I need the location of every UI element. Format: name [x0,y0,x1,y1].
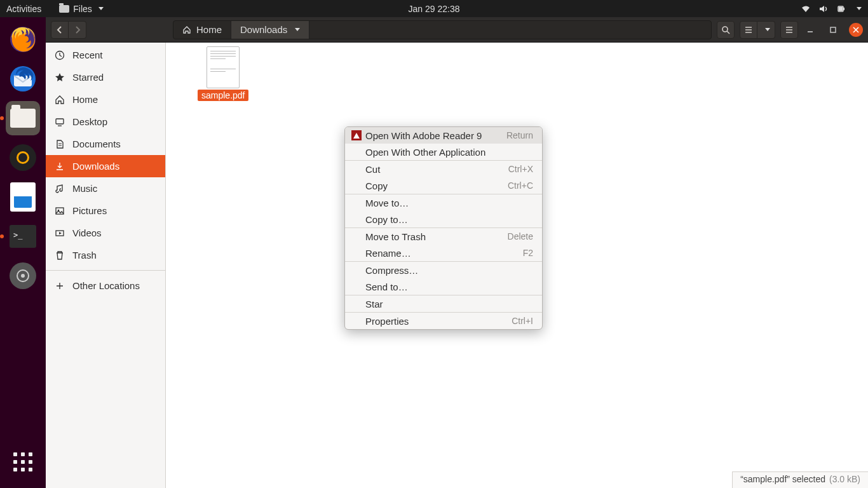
grid-icon [13,452,32,471]
ctx-cut[interactable]: CutCtrl+X [345,161,542,177]
ctx-properties[interactable]: PropertiesCtrl+I [345,313,542,329]
sidebar-item-label: Recent [72,50,103,60]
chevron-down-icon [98,7,104,10]
ctx-rename[interactable]: Rename…F2 [345,245,542,261]
ctx-shortcut: Delete [508,231,533,241]
gnome-topbar: Activities Files Jan 29 22:38 [0,0,868,17]
speaker-icon [10,144,36,171]
context-menu: Open With Adobe Reader 9ReturnOpen With … [344,126,543,330]
icon-view[interactable]: sample.pdf Open With Adobe Reader 9Retur… [166,43,868,488]
ctx-move-to-trash[interactable]: Move to TrashDelete [345,228,542,245]
ctx-item-label: Move to Trash [365,231,426,242]
battery-icon[interactable] [836,4,846,13]
file-label: sample.pdf [198,90,248,101]
dock-libreoffice-writer[interactable] [6,180,40,214]
ctx-send-to[interactable]: Send to… [345,278,542,295]
app-menu[interactable]: Files [59,4,104,14]
forward-button[interactable] [69,21,86,39]
ctx-item-label: Rename… [365,248,411,259]
clock-icon [55,50,65,60]
disc-icon [10,262,36,289]
desktop-icon [55,117,65,127]
sidebar-item-videos[interactable]: Videos [46,222,165,244]
sidebar-item-label: Home [72,94,98,105]
sidebar-item-other-locations[interactable]: Other Locations [46,274,165,297]
show-applications[interactable] [6,445,40,479]
files-window: Home Downloads [46,17,868,488]
ctx-shortcut: Return [506,130,533,140]
sidebar-item-documents[interactable]: Documents [46,133,165,155]
ctx-item-label: Compress… [365,265,418,276]
ctx-copy-to[interactable]: Copy to… [345,211,542,227]
ctx-open-with-adobe-reader-9[interactable]: Open With Adobe Reader 9Return [345,127,542,144]
ctx-copy[interactable]: CopyCtrl+C [345,177,542,194]
nav-buttons [51,21,86,39]
pdf-thumbnail [207,46,240,88]
chevron-down-icon [295,28,300,31]
sidebar-item-music[interactable]: Music [46,177,165,200]
headerbar: Home Downloads [46,17,868,43]
dock-usb-creator[interactable] [6,259,40,293]
file-sample-pdf[interactable]: sample.pdf [198,46,248,101]
sidebar-item-label: Trash [72,250,97,261]
sidebar-item-label: Starred [72,72,104,83]
wifi-icon[interactable] [801,4,811,13]
plus-icon [55,281,65,291]
back-button[interactable] [51,21,69,39]
clock[interactable]: Jan 29 22:38 [409,4,460,14]
system-menu-caret[interactable] [857,7,862,10]
svg-rect-10 [56,119,64,124]
ctx-shortcut: F2 [523,248,533,258]
sidebar-item-label: Other Locations [72,280,140,291]
sidebar-item-recent[interactable]: Recent [46,44,165,66]
ctx-move-to[interactable]: Move to… [345,194,542,211]
firefox-icon [9,25,37,53]
ctx-shortcut: Ctrl+I [512,316,533,326]
documents-icon [55,139,65,149]
close-button[interactable] [849,23,863,37]
ctx-shortcut: Ctrl+C [508,180,533,191]
sidebar-item-label: Music [72,183,97,194]
trash-icon [55,250,65,261]
dock-rhythmbox[interactable] [6,140,40,175]
activities-button[interactable]: Activities [6,4,41,14]
view-options-button[interactable] [757,21,775,39]
sidebar-item-pictures[interactable]: Pictures [46,200,165,222]
ctx-item-label: Move to… [365,198,409,208]
sidebar-item-desktop[interactable]: Desktop [46,111,165,133]
sidebar-item-label: Videos [72,227,102,238]
ctx-open-with-other-application[interactable]: Open With Other Application [345,144,542,160]
pictures-icon [55,206,65,216]
sidebar-item-starred[interactable]: Starred [46,66,165,88]
minimize-button[interactable] [803,23,817,37]
downloads-icon [55,161,65,172]
ctx-item-label: Copy to… [365,214,408,225]
dock-files[interactable] [6,101,40,135]
thunderbird-icon [9,65,37,93]
folder-icon [10,109,36,128]
crumb-current[interactable]: Downloads [231,21,309,39]
crumb-current-label: Downloads [240,24,287,35]
sidebar-item-trash[interactable]: Trash [46,244,165,266]
terminal-icon: >_ [10,225,36,248]
ctx-star[interactable]: Star [345,295,542,312]
folder-icon [59,5,69,13]
dock-thunderbird[interactable] [6,62,40,96]
ctx-compress[interactable]: Compress… [345,262,542,278]
sidebar-item-label: Desktop [72,116,107,127]
dock-terminal[interactable]: >_ [6,219,40,254]
svg-rect-2 [839,7,843,11]
maximize-button[interactable] [826,23,840,37]
hamburger-menu[interactable] [780,21,798,39]
sidebar-item-home[interactable]: Home [46,88,165,111]
search-button[interactable] [717,21,735,39]
volume-icon[interactable] [818,4,829,13]
sidebar-item-label: Pictures [72,205,107,216]
view-list-button[interactable] [740,21,757,39]
sidebar-item-downloads[interactable]: Downloads [46,155,165,177]
ubuntu-dock: >_ [0,17,46,488]
svg-rect-1 [843,8,844,10]
dock-firefox[interactable] [6,22,40,57]
ctx-item-label: Open With Adobe Reader 9 [365,130,482,141]
crumb-home[interactable]: Home [173,21,231,39]
